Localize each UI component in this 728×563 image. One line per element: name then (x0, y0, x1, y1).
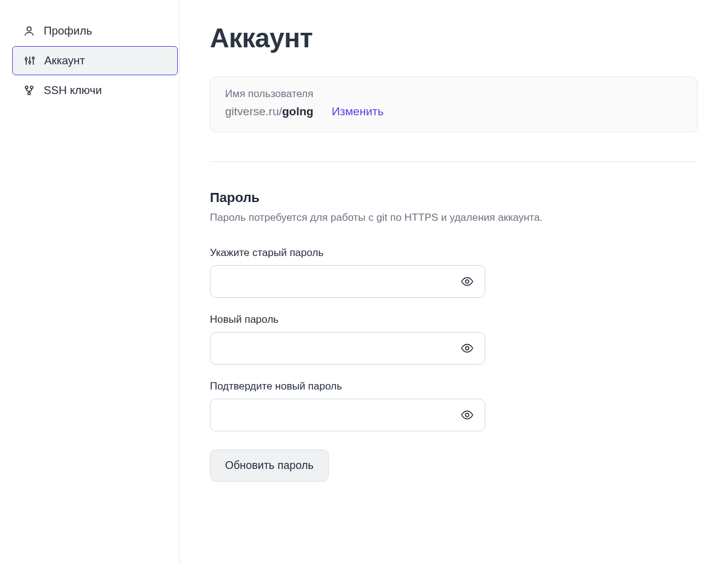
new-password-input[interactable] (210, 332, 485, 365)
confirm-password-label: Подтвердите новый пароль (210, 380, 698, 393)
username-card: Имя пользователя gitverse.ru/golng Измен… (210, 76, 698, 132)
username-value: golng (282, 105, 314, 118)
key-fork-icon (23, 84, 35, 96)
username-line: gitverse.ru/golng Изменить (225, 105, 682, 118)
svg-point-2 (25, 58, 27, 60)
sidebar-item-profile[interactable]: Профиль (12, 17, 179, 45)
old-password-group: Укажите старый пароль (210, 247, 698, 298)
update-password-button[interactable]: Обновить пароль (210, 450, 329, 482)
svg-point-4 (29, 61, 30, 63)
sidebar-item-label: Профиль (44, 24, 92, 38)
eye-icon[interactable] (460, 341, 474, 356)
change-username-link[interactable]: Изменить (332, 105, 384, 118)
eye-icon[interactable] (460, 274, 474, 289)
main-content: Аккаунт Имя пользователя gitverse.ru/gol… (180, 0, 728, 563)
page-title: Аккаунт (210, 23, 698, 53)
username-full: gitverse.ru/golng (225, 105, 314, 118)
eye-icon[interactable] (460, 408, 474, 422)
svg-point-12 (465, 413, 469, 417)
svg-point-0 (27, 27, 32, 31)
password-section-title: Пароль (210, 190, 698, 206)
new-password-label: Новый пароль (210, 314, 698, 326)
confirm-password-group: Подтвердите новый пароль (210, 380, 698, 431)
section-divider (210, 161, 698, 162)
new-password-input-wrap (210, 332, 485, 365)
username-prefix: gitverse.ru/ (225, 105, 282, 118)
svg-point-8 (30, 86, 33, 89)
sliders-icon (24, 55, 36, 67)
svg-point-7 (25, 86, 28, 89)
password-section-desc: Пароль потребуется для работы с git по H… (210, 212, 698, 224)
username-card-label: Имя пользователя (225, 88, 682, 100)
settings-sidebar: Профиль Аккаунт SSH ключи (0, 0, 180, 563)
sidebar-item-label: Аккаунт (44, 54, 85, 67)
old-password-label: Укажите старый пароль (210, 247, 698, 259)
user-icon (23, 25, 35, 37)
confirm-password-input-wrap (210, 399, 485, 431)
sidebar-item-account[interactable]: Аккаунт (12, 46, 178, 75)
svg-point-10 (465, 280, 469, 283)
svg-point-6 (32, 57, 34, 59)
confirm-password-input[interactable] (210, 399, 485, 431)
old-password-input-wrap (210, 265, 485, 298)
sidebar-item-label: SSH ключи (44, 84, 102, 97)
old-password-input[interactable] (210, 265, 485, 298)
sidebar-item-ssh-keys[interactable]: SSH ключи (12, 76, 179, 104)
svg-point-9 (28, 92, 30, 95)
new-password-group: Новый пароль (210, 314, 698, 365)
svg-point-11 (465, 346, 469, 350)
